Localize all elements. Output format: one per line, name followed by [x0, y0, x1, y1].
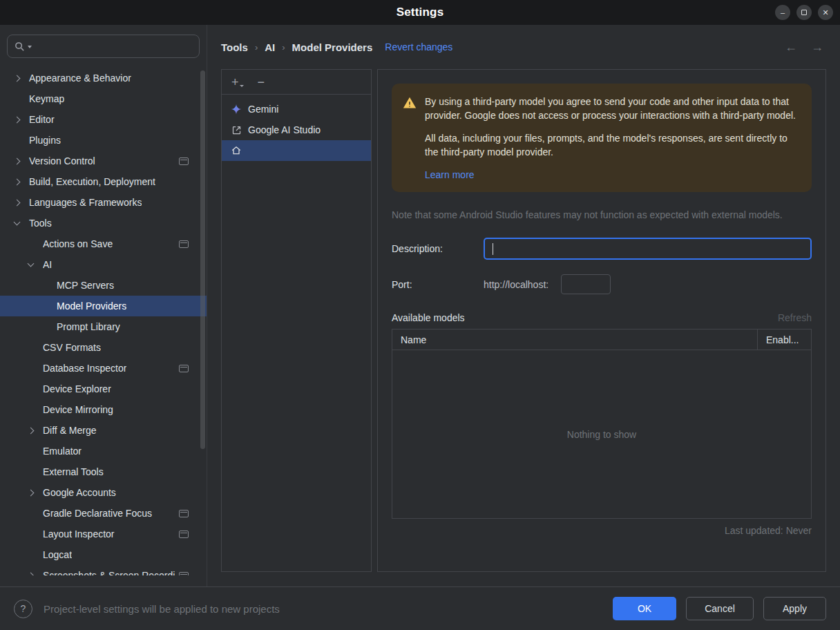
- breadcrumb-tools[interactable]: Tools: [221, 41, 248, 53]
- description-field-wrap: [484, 238, 812, 260]
- sidebar-item-label: Version Control: [29, 155, 95, 166]
- warning-icon: [403, 96, 417, 182]
- chevron-down-icon: [26, 263, 43, 266]
- add-icon: +: [231, 76, 239, 88]
- available-models-row: Available models Refresh: [392, 312, 812, 323]
- sidebar-item-label: Keymap: [29, 93, 64, 104]
- sidebar-item-plugins[interactable]: Plugins: [0, 130, 207, 151]
- sidebar-item-label: Database Inspector: [43, 363, 126, 374]
- description-row: Description:: [392, 238, 812, 260]
- providers-list: Gemini Google AI Studio: [222, 95, 371, 161]
- sidebar-item-gradle-declarative-focus[interactable]: Gradle Declarative Focus: [0, 503, 207, 524]
- window-title: Settings: [397, 6, 444, 19]
- add-dropdown-chevron-icon: [240, 85, 244, 87]
- breadcrumb-ai[interactable]: AI: [265, 41, 275, 53]
- provider-item-google-ai-studio[interactable]: Google AI Studio: [222, 120, 371, 140]
- sidebar-item-device-explorer[interactable]: Device Explorer: [0, 379, 207, 399]
- settings-tree: Appearance & Behavior Keymap Editor Plug…: [0, 64, 207, 575]
- back-arrow-icon[interactable]: ←: [785, 40, 797, 55]
- revert-changes-link[interactable]: Revert changes: [385, 41, 452, 52]
- third-party-warning-banner: By using a third-party model you agree t…: [392, 84, 812, 192]
- sidebar-item-label: Actions on Save: [43, 238, 113, 249]
- column-header-enabled[interactable]: Enabl...: [757, 330, 811, 350]
- sidebar-item-keymap[interactable]: Keymap: [0, 88, 207, 109]
- breadcrumb-separator: ›: [255, 42, 258, 52]
- sidebar-item-prompt-library[interactable]: Prompt Library: [0, 316, 207, 337]
- sidebar-item-layout-inspector[interactable]: Layout Inspector: [0, 524, 207, 544]
- sidebar-scrollbar[interactable]: [200, 70, 205, 449]
- text-caret: [493, 243, 493, 255]
- provider-detail-panel: By using a third-party model you agree t…: [377, 69, 826, 572]
- breadcrumb: Tools › AI › Model Providers Revert chan…: [221, 25, 826, 69]
- forward-arrow-icon[interactable]: →: [811, 40, 823, 55]
- chevron-right-icon: [12, 159, 29, 164]
- chevron-right-icon: [12, 76, 29, 81]
- sidebar-item-tools[interactable]: Tools: [0, 213, 207, 233]
- column-header-name[interactable]: Name: [392, 330, 757, 350]
- close-icon: ✕: [822, 9, 828, 17]
- sidebar-item-database-inspector[interactable]: Database Inspector: [0, 358, 207, 379]
- sidebar-item-label: Logcat: [43, 549, 72, 560]
- breadcrumb-model-providers[interactable]: Model Providers: [292, 41, 373, 53]
- sidebar-item-label: Plugins: [29, 135, 61, 146]
- settings-dialog-body: Appearance & Behavior Keymap Editor Plug…: [0, 25, 840, 586]
- sidebar-item-logcat[interactable]: Logcat: [0, 544, 207, 565]
- chevron-right-icon: [26, 490, 43, 495]
- sidebar-item-version-control[interactable]: Version Control: [0, 151, 207, 171]
- port-row: Port: http://localhost:: [392, 274, 812, 294]
- sidebar-item-csv-formats[interactable]: CSV Formats: [0, 337, 207, 358]
- provider-item-gemini[interactable]: Gemini: [222, 99, 371, 120]
- sidebar-item-actions-on-save[interactable]: Actions on Save: [0, 233, 207, 254]
- sidebar-item-ai[interactable]: AI: [0, 254, 207, 275]
- dialog-footer: ? Project-level settings will be applied…: [0, 586, 840, 630]
- sidebar-item-screenshots-screen-recording[interactable]: Screenshots & Screen Recordi: [0, 565, 207, 575]
- remove-provider-button[interactable]: −: [258, 76, 265, 88]
- window-controls: – ✕: [775, 0, 833, 25]
- description-input[interactable]: [491, 243, 804, 254]
- provider-item-new-local[interactable]: [222, 140, 371, 161]
- close-button[interactable]: ✕: [818, 5, 833, 20]
- available-models-label: Available models: [392, 312, 465, 323]
- main-content: Tools › AI › Model Providers Revert chan…: [207, 25, 840, 586]
- history-navigation: ← →: [785, 40, 826, 55]
- learn-more-link[interactable]: Learn more: [425, 168, 475, 182]
- providers-list-panel: + − Gemini Google AI Studio: [221, 69, 372, 572]
- sidebar-item-appearance-behavior[interactable]: Appearance & Behavior: [0, 68, 207, 88]
- port-label: Port:: [392, 279, 484, 290]
- sidebar-item-languages-frameworks[interactable]: Languages & Frameworks: [0, 192, 207, 213]
- search-input[interactable]: [35, 41, 192, 52]
- sidebar-item-editor[interactable]: Editor: [0, 109, 207, 130]
- chevron-right-icon: [12, 117, 29, 122]
- apply-button[interactable]: Apply: [763, 597, 826, 620]
- sidebar-item-model-providers[interactable]: Model Providers: [0, 296, 207, 316]
- ok-button[interactable]: OK: [613, 597, 676, 620]
- sidebar-item-label: Device Mirroring: [43, 404, 113, 415]
- sidebar-item-device-mirroring[interactable]: Device Mirroring: [0, 399, 207, 420]
- sidebar-item-diff-merge[interactable]: Diff & Merge: [0, 420, 207, 441]
- project-settings-icon: [179, 158, 189, 165]
- project-settings-icon: [179, 572, 189, 576]
- sidebar-item-label: Emulator: [43, 446, 82, 457]
- add-provider-button[interactable]: +: [231, 76, 244, 88]
- sidebar-item-label: CSV Formats: [43, 342, 101, 353]
- port-input[interactable]: [561, 274, 611, 294]
- sidebar-item-emulator[interactable]: Emulator: [0, 441, 207, 461]
- settings-search[interactable]: [7, 35, 200, 58]
- minimize-button[interactable]: –: [775, 5, 790, 20]
- sidebar-item-label: Languages & Frameworks: [29, 197, 142, 208]
- sidebar-item-mcp-servers[interactable]: MCP Servers: [0, 275, 207, 296]
- models-table-body: Nothing to show: [392, 350, 811, 518]
- sidebar-item-build-execution-deployment[interactable]: Build, Execution, Deployment: [0, 171, 207, 192]
- minimize-icon: –: [781, 9, 785, 17]
- sidebar-item-google-accounts[interactable]: Google Accounts: [0, 482, 207, 503]
- model-providers-panels: + − Gemini Google AI Studio: [221, 69, 826, 586]
- maximize-button[interactable]: [796, 5, 812, 20]
- project-settings-icon: [179, 240, 189, 248]
- sidebar-item-external-tools[interactable]: External Tools: [0, 461, 207, 482]
- cancel-button[interactable]: Cancel: [686, 597, 754, 620]
- refresh-button[interactable]: Refresh: [778, 312, 812, 323]
- gemini-icon: [231, 104, 242, 115]
- help-button[interactable]: ?: [14, 600, 32, 618]
- sidebar-item-label: Tools: [29, 218, 52, 229]
- sidebar-item-label: Diff & Merge: [43, 425, 97, 436]
